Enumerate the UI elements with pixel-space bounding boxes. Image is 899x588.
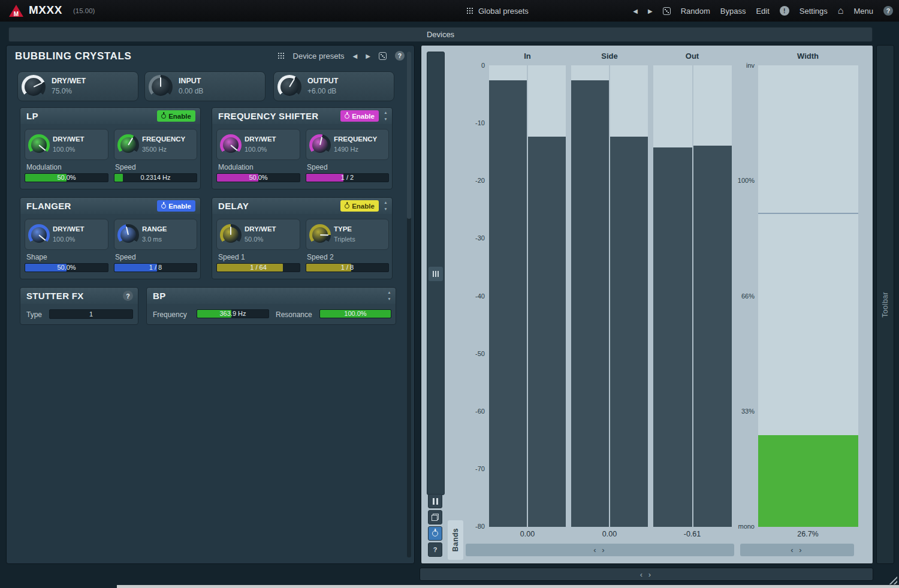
enable-button[interactable]: Enable bbox=[157, 110, 195, 122]
help-icon[interactable]: ? bbox=[395, 51, 405, 61]
windows-button[interactable] bbox=[428, 510, 442, 524]
module-stutter-fx: STUTTER FX ? Type 1 bbox=[20, 287, 138, 325]
resize-grip[interactable] bbox=[888, 575, 897, 584]
meter-scrollbar[interactable]: ‹ › bbox=[466, 544, 734, 556]
panel-scrollbar[interactable]: ‹ › bbox=[420, 568, 873, 581]
width-scrollbar[interactable]: ‹ › bbox=[740, 544, 854, 556]
toolbar-label: Toolbar bbox=[881, 292, 889, 318]
module-header[interactable]: FREQUENCY SHIFTER Enable ▲ ▼ bbox=[212, 108, 392, 124]
menu-button[interactable]: Menu bbox=[853, 7, 873, 16]
module-spinner[interactable]: ▲ ▼ bbox=[382, 199, 390, 212]
spinner-down-icon[interactable]: ▼ bbox=[385, 295, 393, 302]
knob-label: DRY/WET bbox=[53, 225, 85, 233]
param-bar[interactable]: 1 / 8 bbox=[114, 263, 197, 272]
module-header[interactable]: BP ▲ ▼ bbox=[147, 288, 396, 304]
param-bar[interactable]: 50.0% bbox=[25, 263, 108, 272]
mxxx-window: M MXXX (15.00) Global presets ◀ ▶ Random… bbox=[0, 0, 899, 588]
param-label: Modulation bbox=[26, 163, 62, 171]
param-bar[interactable]: 363.9 Hz bbox=[197, 309, 269, 318]
help-button[interactable]: ? bbox=[428, 542, 442, 557]
param-bar[interactable]: 100.0% bbox=[319, 309, 391, 318]
param-label: Type bbox=[26, 310, 42, 319]
device-panel: BUBBLING CRYSTALS Device presets ◀ ▶ ? D… bbox=[6, 45, 415, 564]
spinner-down-icon[interactable]: ▼ bbox=[382, 206, 390, 212]
settings-button[interactable]: Settings bbox=[800, 7, 828, 16]
input-knob[interactable] bbox=[149, 75, 173, 99]
power-icon bbox=[161, 114, 166, 119]
module-header[interactable]: LP Enable bbox=[20, 108, 200, 124]
module-header[interactable]: DELAY Enable ▲ ▼ bbox=[212, 198, 392, 214]
help-icon[interactable]: ? bbox=[883, 6, 893, 16]
knob-cell: DRY/WET 100.0% bbox=[25, 129, 108, 160]
spinner-up-icon[interactable]: ▲ bbox=[382, 109, 390, 116]
param-bar[interactable]: 50.0% bbox=[25, 173, 108, 182]
dry-wet-knob[interactable] bbox=[220, 134, 242, 156]
meter-display-button[interactable] bbox=[429, 267, 443, 281]
module-spinner[interactable]: ▲ ▼ bbox=[382, 109, 390, 122]
module-title: FREQUENCY SHIFTER bbox=[218, 108, 318, 124]
dry-wet-knob[interactable] bbox=[28, 134, 50, 156]
spinner-up-icon[interactable]: ▲ bbox=[385, 289, 393, 295]
pause-button[interactable] bbox=[428, 494, 442, 508]
global-presets-button[interactable]: Global presets bbox=[466, 0, 529, 22]
spinner-up-icon[interactable]: ▲ bbox=[382, 199, 390, 206]
output-knob[interactable] bbox=[277, 75, 301, 99]
display-range-slider[interactable] bbox=[427, 52, 445, 495]
module-spinner[interactable]: ▲ ▼ bbox=[385, 289, 393, 302]
type-field[interactable]: 1 bbox=[49, 309, 133, 319]
prev-device-preset-button[interactable]: ◀ bbox=[353, 53, 358, 59]
knob-value: 100.0% bbox=[245, 146, 267, 153]
next-preset-button[interactable]: ▶ bbox=[648, 8, 653, 14]
knob-value: 3500 Hz bbox=[142, 146, 167, 153]
knob-label: OUTPUT bbox=[307, 77, 338, 85]
dry-wet-knob[interactable] bbox=[22, 75, 46, 99]
knob-label: DRY/WET bbox=[52, 77, 86, 85]
alert-icon[interactable]: ! bbox=[780, 6, 789, 16]
spinner-down-icon[interactable]: ▼ bbox=[382, 116, 390, 122]
tab-devices[interactable]: Devices bbox=[8, 27, 873, 42]
home-icon[interactable]: ⌂ bbox=[838, 5, 844, 16]
scrollbar-thumb[interactable] bbox=[407, 52, 411, 219]
param-bar[interactable]: 1 / 2 bbox=[306, 173, 389, 182]
device-presets-button[interactable]: Device presets bbox=[293, 52, 345, 61]
param-bar[interactable]: 1 / 64 bbox=[216, 263, 300, 272]
param-bar[interactable]: 1 / 8 bbox=[306, 263, 389, 272]
param-bar[interactable]: 0.2314 Hz bbox=[114, 173, 197, 182]
help-icon[interactable]: ? bbox=[123, 291, 133, 301]
db-tick: -10 bbox=[475, 119, 485, 126]
random-preset-icon[interactable] bbox=[663, 7, 671, 15]
edit-button[interactable]: Edit bbox=[756, 7, 769, 16]
enable-button[interactable]: Enable bbox=[157, 200, 195, 212]
power-button[interactable] bbox=[428, 526, 442, 541]
enable-button[interactable]: Enable bbox=[340, 200, 379, 212]
bypass-button[interactable]: Bypass bbox=[720, 7, 746, 16]
power-icon bbox=[345, 114, 349, 119]
param-bar[interactable]: 50.0% bbox=[216, 173, 300, 182]
app-name: MXXX bbox=[29, 4, 62, 17]
knob-value: 50.0% bbox=[245, 236, 263, 243]
frequency-knob[interactable] bbox=[117, 134, 139, 156]
param-label: Resonance bbox=[276, 310, 312, 319]
enable-button[interactable]: Enable bbox=[340, 110, 379, 122]
dry-wet-knob[interactable] bbox=[28, 224, 50, 246]
titlebar-controls: ◀ ▶ Random Bypass Edit ! Settings ⌂ Menu… bbox=[633, 0, 893, 22]
type-knob[interactable] bbox=[309, 224, 331, 246]
dry-wet-knob[interactable] bbox=[220, 224, 242, 246]
module-header[interactable]: STUTTER FX ? bbox=[20, 288, 138, 304]
meter-header-in: In bbox=[497, 52, 557, 61]
range-knob[interactable] bbox=[117, 224, 139, 246]
random-device-preset-icon[interactable] bbox=[379, 52, 387, 60]
next-device-preset-button[interactable]: ▶ bbox=[366, 53, 370, 59]
device-panel-scrollbar[interactable] bbox=[407, 52, 411, 557]
param-value: 1 / 2 bbox=[306, 174, 388, 182]
meter-value-in: 0.00 bbox=[497, 530, 557, 538]
power-icon bbox=[161, 204, 166, 209]
knob-value: 75.0% bbox=[52, 87, 72, 95]
module-header[interactable]: FLANGER Enable bbox=[20, 198, 200, 214]
frequency-knob[interactable] bbox=[309, 134, 331, 156]
prev-preset-button[interactable]: ◀ bbox=[633, 8, 638, 14]
db-tick: 0 bbox=[481, 62, 485, 69]
pause-icon bbox=[433, 498, 438, 505]
toolbar-tab[interactable]: Toolbar bbox=[876, 45, 894, 564]
random-button[interactable]: Random bbox=[681, 7, 710, 16]
